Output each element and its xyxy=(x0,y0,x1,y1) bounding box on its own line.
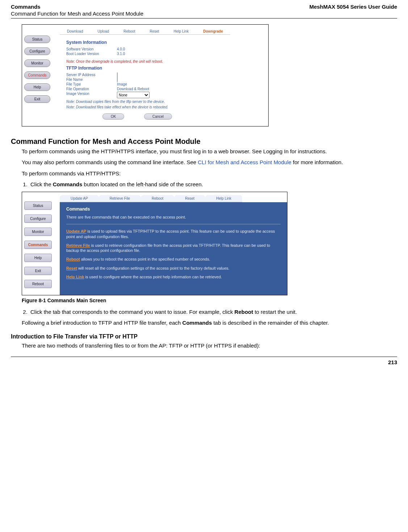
sysinfo-label: Software Version xyxy=(66,47,117,51)
p4-b: Commands xyxy=(182,320,212,326)
section-heading-intro-tftp-http: Introduction to File Transfer via TFTP o… xyxy=(11,333,397,340)
link-retrieve-file[interactable]: Retrieve File xyxy=(66,243,90,248)
link-update-ap[interactable]: Update AP xyxy=(66,229,86,233)
header-right: MeshMAX 5054 Series User Guide xyxy=(309,4,397,10)
screenshot1-main: Download Upload Reboot Reset Help Link D… xyxy=(60,25,268,126)
tab-reboot[interactable]: Reboot xyxy=(116,28,142,35)
tftp-label: File Type xyxy=(66,82,117,86)
tftp-row-fileop: File Operation Download & Reboot xyxy=(66,87,262,91)
screenshot2-sidebar: Status Configure Monitor Commands Help E… xyxy=(22,192,60,295)
screenshot1-tabs: Download Upload Reboot Reset Help Link D… xyxy=(60,25,268,35)
screenshot1-panel: System Information Software Version 4.0.… xyxy=(60,35,268,126)
intro-p2: You may also perform commands using the … xyxy=(22,159,386,166)
intro-p2-a: You may also perform commands using the … xyxy=(22,159,198,165)
page-number: 213 xyxy=(11,359,397,365)
tab-downgrade[interactable]: Downgrade xyxy=(196,28,230,35)
note-downgrade-reboot: Note: Once the downgrade is completed, t… xyxy=(66,59,262,63)
sysinfo-row-boot: Boot Loader Version 3.1.0 xyxy=(66,52,262,56)
cmd-item-reset: Reset will reset all the configuration s… xyxy=(66,266,281,271)
cmd-item-retrieve: Retrieve File is used to retrieve config… xyxy=(66,243,281,253)
tab-helplink[interactable]: Help Link xyxy=(167,28,196,35)
tab-reset[interactable]: Reset xyxy=(142,28,166,35)
link-reboot[interactable]: Reboot xyxy=(66,257,80,261)
side2-btn-configure[interactable]: Configure xyxy=(24,215,52,223)
file-name-input[interactable] xyxy=(117,77,118,82)
cmd-text: will reset all the configuration setting… xyxy=(77,266,230,270)
screenshot-downgrade: Status Configure Monitor Commands Help E… xyxy=(22,24,269,126)
note-download-copy: Note: Download copies files from the tft… xyxy=(66,100,262,104)
note-download-effect: Note: Downloaded files take effect when … xyxy=(66,105,262,109)
side-btn-commands[interactable]: Commands xyxy=(24,71,50,79)
tftp-value: Image xyxy=(117,82,127,86)
step-2: Click the tab that corresponds to the co… xyxy=(29,308,386,316)
intro-p1: To perform commands using the HTTP/HTTPS… xyxy=(22,148,386,155)
side2-btn-help[interactable]: Help xyxy=(24,254,52,262)
tftp-title: TFTP Information xyxy=(66,66,262,71)
followup-paragraph: Following a brief introduction to TFTP a… xyxy=(22,319,386,327)
cmd-item-update: Update AP is used to upload files via TF… xyxy=(66,229,281,239)
commands-heading: Commands xyxy=(66,207,281,212)
tftp-row-filetype: File Type Image xyxy=(66,82,262,86)
step2-a: Click the tab that corresponds to the co… xyxy=(30,309,235,315)
intro-p3: To perform commands via HTTP/HTTPS: xyxy=(22,170,386,177)
sysinfo-value: 3.1.0 xyxy=(117,52,125,56)
sysinfo-row-software: Software Version 4.0.0 xyxy=(66,47,262,51)
tftp-value: Download & Reboot xyxy=(117,87,149,91)
sysinfo-label: Boot Loader Version xyxy=(66,52,117,56)
tab-update-ap[interactable]: Update AP xyxy=(60,195,99,202)
cmd-text: allows you to reboot the access point in… xyxy=(80,257,210,261)
link-help-link[interactable]: Help Link xyxy=(66,275,84,279)
p4-c: tab is described in the remainder of thi… xyxy=(212,320,329,326)
tftp-label: File Name xyxy=(66,78,117,82)
screenshot2-panel: Commands There are five commands that ca… xyxy=(60,202,287,288)
ok-button[interactable]: OK xyxy=(102,113,124,120)
step-1: Click the Commands button located on the… xyxy=(29,181,386,188)
cmd-text: is used to retrieve configuration file f… xyxy=(66,243,270,253)
footer-rule xyxy=(11,357,397,357)
tab-reset-2[interactable]: Reset xyxy=(174,195,205,202)
step1-a: Click the xyxy=(30,181,53,187)
step1-c: button located on the left-hand side of … xyxy=(82,181,203,187)
screenshot2-main: Update AP Retrieve File Reboot Reset Hel… xyxy=(60,192,287,295)
panel-buttons: OK Cancel xyxy=(102,113,262,120)
tab-download[interactable]: Download xyxy=(60,28,90,35)
tftp-http-p1: There are two methods of transferring fi… xyxy=(22,342,386,349)
side2-btn-commands[interactable]: Commands xyxy=(24,241,52,249)
side-btn-help[interactable]: Help xyxy=(24,83,50,91)
side2-btn-exit[interactable]: Exit xyxy=(24,267,52,275)
screenshot1-sidebar: Status Configure Monitor Commands Help E… xyxy=(22,25,60,126)
side2-btn-status[interactable]: Status xyxy=(24,201,52,210)
tab-retrieve-file[interactable]: Retrieve File xyxy=(99,195,141,202)
image-version-select[interactable]: None xyxy=(117,92,150,98)
step2-b: Reboot xyxy=(235,309,253,315)
commands-intro: There are five commands that can be exec… xyxy=(66,215,281,220)
cmd-text: is used to configure where the access po… xyxy=(84,275,222,279)
side-btn-configure[interactable]: Configure xyxy=(24,47,50,55)
side-btn-status[interactable]: Status xyxy=(24,36,50,43)
divider xyxy=(66,224,281,224)
p4-a: Following a brief introduction to TFTP a… xyxy=(22,320,182,326)
side2-btn-monitor[interactable]: Monitor xyxy=(24,228,52,236)
cmd-text: is used to upload files via TFTP/HTTP to… xyxy=(66,229,275,238)
sysinfo-value: 4.0.0 xyxy=(117,47,125,51)
tab-helplink-2[interactable]: Help Link xyxy=(205,195,242,202)
step1-b: Commands xyxy=(53,181,83,187)
tab-upload[interactable]: Upload xyxy=(90,28,116,35)
cancel-button[interactable]: Cancel xyxy=(144,113,172,120)
side-btn-monitor[interactable]: Monitor xyxy=(24,59,50,67)
cli-link[interactable]: CLI for Mesh and Access Point Module xyxy=(198,159,291,165)
side2-btn-reboot[interactable]: Reboot xyxy=(24,280,52,288)
link-reset[interactable]: Reset xyxy=(66,266,77,270)
tftp-row-ip: Server IP Address xyxy=(66,73,262,77)
sysinfo-title: System Information xyxy=(66,40,262,45)
cmd-item-reboot: Reboot allows you to reboot the access p… xyxy=(66,257,281,262)
header-left-sub: Command Function for Mesh and Access Poi… xyxy=(11,11,397,17)
tftp-row-imgver: Image Version None xyxy=(66,92,262,98)
tftp-row-filename: File Name xyxy=(66,78,262,82)
tab-reboot-2[interactable]: Reboot xyxy=(141,195,174,202)
header-left-top: Commands xyxy=(11,4,41,10)
server-ip-input[interactable] xyxy=(117,72,118,77)
cmd-item-helplink: Help Link is used to configure where the… xyxy=(66,274,281,279)
side-btn-exit[interactable]: Exit xyxy=(24,95,50,103)
header-rule xyxy=(11,18,397,18)
